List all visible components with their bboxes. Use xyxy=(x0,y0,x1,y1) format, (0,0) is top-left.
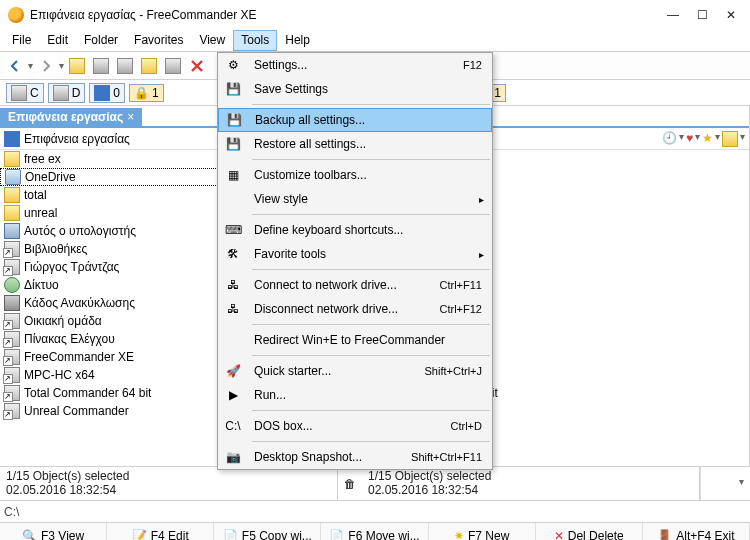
heart-icon[interactable]: ♥ xyxy=(686,131,693,147)
menu-tools[interactable]: Tools xyxy=(233,30,277,51)
menu-item[interactable]: 🖧Connect to network drive...Ctrl+F11 xyxy=(218,273,492,297)
file-name: unreal xyxy=(24,206,57,220)
menu-item[interactable]: 💾Backup all settings... xyxy=(218,108,492,132)
menu-file[interactable]: File xyxy=(4,30,39,51)
new-icon: ✷ xyxy=(454,529,464,541)
selection-count: 1/15 Object(s) selected xyxy=(368,469,693,483)
menu-item[interactable]: 📷Desktop Snapshot...Shift+Ctrl+F11 xyxy=(218,445,492,469)
close-button[interactable]: ✕ xyxy=(726,8,736,22)
left-status: 1/15 Object(s) selected 02.05.2016 18:32… xyxy=(0,467,338,500)
disk-up-icon: 💾 xyxy=(223,112,245,128)
command-line[interactable]: C:\ xyxy=(0,500,750,522)
drive-monitor-left[interactable]: 0 xyxy=(89,83,125,103)
menu-item-label: Desktop Snapshot... xyxy=(254,450,411,464)
breadcrumb-text: Επιφάνεια εργασίας xyxy=(24,132,130,146)
right-status: 1/15 Object(s) selected 02.05.2016 18:32… xyxy=(362,467,700,500)
drive-c-left[interactable]: C xyxy=(6,83,44,103)
file-icon xyxy=(4,313,20,329)
menu-item-label: Settings... xyxy=(254,58,463,72)
history-icon[interactable]: 🕘 xyxy=(662,131,677,147)
move-icon: 📄 xyxy=(329,529,344,541)
menu-item[interactable]: 🚀Quick starter...Shift+Ctrl+J xyxy=(218,359,492,383)
layout-icon: ▦ xyxy=(222,167,244,183)
altf4-exit[interactable]: 🚪Alt+F4 Exit xyxy=(643,523,750,540)
menu-item[interactable]: 🛠Favorite tools xyxy=(218,242,492,266)
drive-lock-left[interactable]: 🔒1 xyxy=(129,84,164,102)
menu-favorites[interactable]: Favorites xyxy=(126,30,191,51)
file-name: Βιβλιοθήκες xyxy=(24,242,87,256)
menu-item-label: Restore all settings... xyxy=(254,137,488,151)
file-icon xyxy=(4,277,20,293)
copy-icon: 📄 xyxy=(223,529,238,541)
menu-item[interactable]: 💾Save Settings xyxy=(218,77,492,101)
file-icon xyxy=(4,295,20,311)
menu-item[interactable]: ⚙Settings...F12 xyxy=(218,53,492,77)
menu-item[interactable]: ▶Run... xyxy=(218,383,492,407)
forward-dropdown-icon[interactable]: ▾ xyxy=(59,60,64,71)
f6-move[interactable]: 📄F6 Move wi... xyxy=(321,523,428,540)
menu-item-shortcut: Ctrl+F11 xyxy=(440,279,483,291)
status-date: 02.05.2016 18:32:54 xyxy=(6,483,331,497)
menu-item-shortcut: Shift+Ctrl+J xyxy=(425,365,482,377)
menu-item-label: Customize toolbars... xyxy=(254,168,488,182)
menu-item-label: DOS box... xyxy=(254,419,451,433)
menu-item-shortcut: Shift+Ctrl+F11 xyxy=(411,451,482,463)
gear-icon: ⚙ xyxy=(222,57,244,73)
tab-label: Επιφάνεια εργασίας xyxy=(8,110,123,124)
tab-close-icon[interactable]: × xyxy=(127,110,134,124)
f7-new[interactable]: ✷F7 New xyxy=(429,523,536,540)
menu-edit[interactable]: Edit xyxy=(39,30,76,51)
menu-item[interactable]: 💾Restore all settings... xyxy=(218,132,492,156)
menu-item-label: Backup all settings... xyxy=(255,113,487,127)
folder-icon[interactable] xyxy=(722,131,738,147)
menu-item[interactable]: ▦Customize toolbars... xyxy=(218,163,492,187)
file-name: OneDrive xyxy=(25,170,76,184)
move-button[interactable] xyxy=(114,55,136,77)
file-icon xyxy=(4,385,20,401)
disk-dn-icon: 💾 xyxy=(222,136,244,152)
folder-doc-button[interactable] xyxy=(138,55,160,77)
recycle-bin-icon[interactable]: 🗑 xyxy=(338,467,362,500)
new-doc-button[interactable] xyxy=(162,55,184,77)
menu-help[interactable]: Help xyxy=(277,30,318,51)
del-delete[interactable]: ✕Del Delete xyxy=(536,523,643,540)
menu-item-shortcut: Ctrl+F12 xyxy=(440,303,483,315)
menu-item[interactable]: View style xyxy=(218,187,492,211)
menu-item-label: Save Settings xyxy=(254,82,488,96)
tree-button[interactable] xyxy=(66,55,88,77)
file-name: Total Commander 64 bit xyxy=(24,386,151,400)
menu-item-label: Disconnect network drive... xyxy=(254,302,440,316)
rocket-icon: 🚀 xyxy=(222,363,244,379)
file-icon xyxy=(4,403,20,419)
menu-item[interactable]: C:\DOS box...Ctrl+D xyxy=(218,414,492,438)
back-button[interactable] xyxy=(4,55,26,77)
file-icon xyxy=(4,187,20,203)
menu-item[interactable]: Redirect Win+E to FreeCommander xyxy=(218,328,492,352)
file-name: Κάδος Ανακύκλωσης xyxy=(24,296,135,310)
f3-view[interactable]: 🔍F3 View xyxy=(0,523,107,540)
menu-item[interactable]: ⌨Define keyboard shortcuts... xyxy=(218,218,492,242)
file-name: MPC-HC x64 xyxy=(24,368,95,382)
status-bar: 1/15 Object(s) selected 02.05.2016 18:32… xyxy=(0,466,750,500)
minimize-button[interactable]: — xyxy=(667,8,679,22)
back-dropdown-icon[interactable]: ▾ xyxy=(28,60,33,71)
f5-copy[interactable]: 📄F5 Copy wi... xyxy=(214,523,321,540)
status-dropdown[interactable]: ▾ xyxy=(700,467,750,500)
window-title: Επιφάνεια εργασίας - FreeCommander XE xyxy=(30,8,667,22)
copy-button[interactable] xyxy=(90,55,112,77)
f4-edit[interactable]: 📝F4 Edit xyxy=(107,523,214,540)
left-tab[interactable]: Επιφάνεια εργασίας × xyxy=(0,108,142,126)
favorite-icon[interactable]: ★ xyxy=(702,131,713,147)
menu-item[interactable]: 🖧Disconnect network drive...Ctrl+F12 xyxy=(218,297,492,321)
menu-view[interactable]: View xyxy=(191,30,233,51)
titlebar: Επιφάνεια εργασίας - FreeCommander XE — … xyxy=(0,0,750,30)
drive-d-left[interactable]: D xyxy=(48,83,86,103)
menu-folder[interactable]: Folder xyxy=(76,30,126,51)
view-icon: 🔍 xyxy=(22,529,37,541)
maximize-button[interactable]: ☐ xyxy=(697,8,708,22)
forward-button[interactable] xyxy=(35,55,57,77)
menu-item-label: Run... xyxy=(254,388,488,402)
file-name: free ex xyxy=(24,152,61,166)
file-name: Πίνακας Ελέγχου xyxy=(24,332,115,346)
delete-button[interactable] xyxy=(186,55,208,77)
